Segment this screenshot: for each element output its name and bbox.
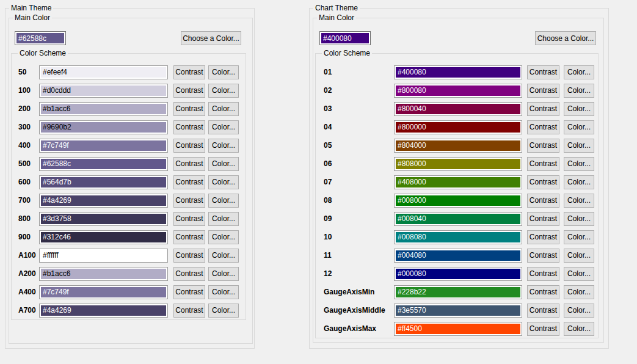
scheme-color-field[interactable]: #008080 bbox=[394, 230, 522, 244]
main-color-swatch[interactable]: #62588c bbox=[15, 31, 66, 45]
color-button[interactable]: Color... bbox=[208, 194, 239, 208]
contrast-button[interactable]: Contrast bbox=[527, 267, 559, 281]
contrast-button[interactable]: Contrast bbox=[527, 304, 559, 318]
contrast-button[interactable]: Contrast bbox=[527, 285, 559, 299]
color-button[interactable]: Color... bbox=[564, 65, 594, 79]
scheme-color-field[interactable]: #4a4269 bbox=[39, 304, 168, 318]
color-button[interactable]: Color... bbox=[208, 120, 239, 134]
color-button[interactable]: Color... bbox=[208, 84, 239, 98]
scheme-color-field[interactable]: #228b22 bbox=[394, 285, 522, 299]
scheme-color-field[interactable]: #800000 bbox=[394, 120, 522, 134]
contrast-button[interactable]: Contrast bbox=[173, 139, 205, 153]
chart-theme-group-title: Chart Theme bbox=[313, 4, 360, 12]
contrast-button[interactable]: Contrast bbox=[173, 102, 205, 116]
color-button[interactable]: Color... bbox=[208, 249, 239, 263]
contrast-button[interactable]: Contrast bbox=[527, 120, 559, 134]
color-button[interactable]: Color... bbox=[564, 120, 594, 134]
scheme-color-value: #000080 bbox=[396, 269, 520, 279]
contrast-button[interactable]: Contrast bbox=[173, 212, 205, 226]
scheme-color-field[interactable]: #d0cddd bbox=[39, 84, 168, 98]
scheme-color-field[interactable]: #ffffff bbox=[39, 249, 168, 263]
color-button[interactable]: Color... bbox=[564, 249, 594, 263]
contrast-button[interactable]: Contrast bbox=[173, 175, 205, 189]
scheme-color-field[interactable]: #008000 bbox=[394, 194, 522, 208]
contrast-button[interactable]: Contrast bbox=[527, 139, 559, 153]
color-button[interactable]: Color... bbox=[208, 230, 239, 244]
color-button[interactable]: Color... bbox=[564, 212, 594, 226]
main-color-value: #62588c bbox=[16, 33, 64, 43]
color-button[interactable]: Color... bbox=[564, 194, 594, 208]
color-button[interactable]: Color... bbox=[564, 84, 594, 98]
color-button[interactable]: Color... bbox=[564, 102, 594, 116]
scheme-color-field[interactable]: #4a4269 bbox=[39, 194, 168, 208]
scheme-color-field[interactable]: #008040 bbox=[394, 212, 522, 226]
scheme-color-field[interactable]: #800080 bbox=[394, 84, 522, 98]
choose-color-button[interactable]: Choose a Color... bbox=[535, 31, 596, 45]
color-button[interactable]: Color... bbox=[208, 65, 239, 79]
color-scheme-row: A400 #7c749f Contrast Color... bbox=[12, 283, 246, 301]
scheme-color-field[interactable]: #7c749f bbox=[39, 139, 168, 153]
contrast-button[interactable]: Contrast bbox=[527, 230, 559, 244]
contrast-button[interactable]: Contrast bbox=[527, 322, 559, 336]
scheme-color-field[interactable]: #312c46 bbox=[39, 230, 168, 244]
scheme-color-field[interactable]: #000080 bbox=[394, 267, 522, 281]
contrast-button[interactable]: Contrast bbox=[173, 285, 205, 299]
scheme-color-field[interactable]: #b1acc6 bbox=[39, 267, 168, 281]
scheme-color-field[interactable]: #3d3758 bbox=[39, 212, 168, 226]
scheme-color-field[interactable]: #efeef4 bbox=[39, 65, 168, 79]
scheme-color-field[interactable]: #800040 bbox=[394, 102, 522, 116]
choose-color-button[interactable]: Choose a Color... bbox=[181, 31, 241, 45]
color-button[interactable]: Color... bbox=[564, 322, 594, 336]
color-button[interactable]: Color... bbox=[208, 267, 239, 281]
color-scheme-row: A200 #b1acc6 Contrast Color... bbox=[12, 264, 246, 283]
contrast-button[interactable]: Contrast bbox=[527, 194, 559, 208]
color-button[interactable]: Color... bbox=[208, 102, 239, 116]
scheme-row-label: 09 bbox=[324, 214, 394, 223]
contrast-button[interactable]: Contrast bbox=[173, 120, 205, 134]
contrast-button[interactable]: Contrast bbox=[527, 249, 559, 263]
color-button[interactable]: Color... bbox=[564, 139, 594, 153]
scheme-color-field[interactable]: #564d7b bbox=[39, 175, 168, 189]
color-button[interactable]: Color... bbox=[208, 139, 239, 153]
scheme-color-field[interactable]: #9690b2 bbox=[39, 120, 168, 134]
contrast-button[interactable]: Contrast bbox=[173, 230, 205, 244]
color-button[interactable]: Color... bbox=[564, 230, 594, 244]
contrast-button[interactable]: Contrast bbox=[527, 157, 559, 171]
contrast-button[interactable]: Contrast bbox=[527, 65, 559, 79]
scheme-color-value: #7c749f bbox=[41, 287, 166, 297]
scheme-color-field[interactable]: #b1acc6 bbox=[39, 102, 168, 116]
color-button[interactable]: Color... bbox=[564, 175, 594, 189]
scheme-color-field[interactable]: #3e5570 bbox=[394, 304, 522, 318]
color-button[interactable]: Color... bbox=[564, 285, 594, 299]
contrast-button[interactable]: Contrast bbox=[173, 249, 205, 263]
main-color-swatch[interactable]: #400080 bbox=[319, 31, 371, 45]
color-button[interactable]: Color... bbox=[208, 285, 239, 299]
contrast-button[interactable]: Contrast bbox=[527, 102, 559, 116]
color-button[interactable]: Color... bbox=[564, 267, 594, 281]
contrast-button[interactable]: Contrast bbox=[173, 304, 205, 318]
contrast-button[interactable]: Contrast bbox=[173, 65, 205, 79]
scheme-color-field[interactable]: #004080 bbox=[394, 249, 522, 263]
color-button[interactable]: Color... bbox=[208, 212, 239, 226]
scheme-row-label: GaugeAxisMiddle bbox=[324, 306, 394, 315]
contrast-button[interactable]: Contrast bbox=[173, 157, 205, 171]
color-scheme-row: 900 #312c46 Contrast Color... bbox=[12, 228, 246, 246]
scheme-color-field[interactable]: #7c749f bbox=[39, 285, 168, 299]
contrast-button[interactable]: Contrast bbox=[173, 194, 205, 208]
contrast-button[interactable]: Contrast bbox=[173, 84, 205, 98]
contrast-button[interactable]: Contrast bbox=[173, 267, 205, 281]
scheme-color-field[interactable]: #62588c bbox=[39, 157, 168, 171]
scheme-color-field[interactable]: #ff4500 bbox=[394, 322, 522, 336]
scheme-color-field[interactable]: #408000 bbox=[394, 175, 522, 189]
color-button[interactable]: Color... bbox=[564, 157, 594, 171]
scheme-color-field[interactable]: #804000 bbox=[394, 139, 522, 153]
color-button[interactable]: Color... bbox=[564, 304, 594, 318]
contrast-button[interactable]: Contrast bbox=[527, 175, 559, 189]
scheme-color-field[interactable]: #400080 bbox=[394, 65, 522, 79]
contrast-button[interactable]: Contrast bbox=[527, 84, 559, 98]
color-button[interactable]: Color... bbox=[208, 304, 239, 318]
color-button[interactable]: Color... bbox=[208, 157, 239, 171]
contrast-button[interactable]: Contrast bbox=[527, 212, 559, 226]
color-button[interactable]: Color... bbox=[208, 175, 239, 189]
scheme-color-field[interactable]: #808000 bbox=[394, 157, 522, 171]
